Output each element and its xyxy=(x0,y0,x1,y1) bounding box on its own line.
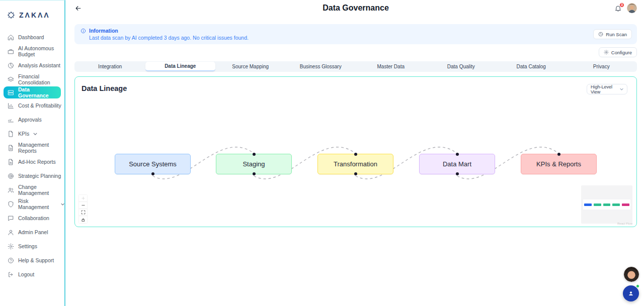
sidebar: ZΛKΛΛ Dashboard AI Autonomous Budget Ana… xyxy=(0,0,65,306)
sidebar-item-admin-panel[interactable]: Admin Panel xyxy=(0,225,64,239)
sidebar-item-label: Change Management xyxy=(18,184,64,196)
tab-privacy[interactable]: Privacy xyxy=(567,62,637,71)
sidebar-item-label: Ad-Hoc Reports xyxy=(18,159,56,165)
minimap-node xyxy=(584,203,592,206)
main-content: Data Governance 3 xyxy=(65,0,644,306)
message-icon xyxy=(8,215,14,222)
sidebar-item-label: Financial Consolidation xyxy=(18,73,64,85)
node-handle-top[interactable] xyxy=(456,153,459,156)
minimap-node xyxy=(603,203,611,206)
zoom-out-button[interactable] xyxy=(79,202,87,209)
node-handle-bottom[interactable] xyxy=(456,172,459,175)
sidebar-item-approvals[interactable]: Approvals xyxy=(0,113,64,127)
tab-data-catalog[interactable]: Data Catalog xyxy=(496,62,567,71)
node-handle-top[interactable] xyxy=(557,153,560,156)
node-handle-top[interactable] xyxy=(253,153,256,156)
minimap-viewport xyxy=(583,199,630,210)
sidebar-item-ad-hoc-reports[interactable]: Ad-Hoc Reports xyxy=(0,155,64,169)
briefcase-icon xyxy=(8,48,14,55)
flow-node-data-mart[interactable]: Data Mart xyxy=(419,154,495,174)
view-level-select[interactable]: High-Level View xyxy=(587,84,627,94)
user-icon xyxy=(8,229,14,236)
flow-node-transformation[interactable]: Transformation xyxy=(317,154,393,174)
flow-node-staging[interactable]: Staging xyxy=(216,154,292,174)
plus-icon xyxy=(81,196,86,200)
sidebar-item-label: Help & Support xyxy=(18,257,54,263)
sidebar-item-label: Cost & Profitability xyxy=(18,103,61,109)
sidebar-item-logout[interactable]: Logout xyxy=(0,267,64,281)
tab-bar: Integration Data Lineage Source Mapping … xyxy=(74,61,637,72)
tab-integration[interactable]: Integration xyxy=(75,62,145,71)
minimap-node xyxy=(594,203,601,206)
avatar-photo-icon xyxy=(627,3,637,13)
sidebar-item-ai-autonomous-budget[interactable]: AI Autonomous Budget xyxy=(0,44,64,58)
online-status-dot xyxy=(636,284,639,288)
sidebar-item-risk-management[interactable]: Risk Management xyxy=(0,197,64,211)
sidebar-item-analysis-assistant[interactable]: Analysis Assistant xyxy=(0,58,64,72)
fit-view-button[interactable] xyxy=(79,209,87,216)
sidebar-item-label: Admin Panel xyxy=(18,229,48,235)
run-scan-button[interactable]: Run Scan xyxy=(593,29,632,39)
home-icon xyxy=(8,34,14,41)
user-avatar[interactable] xyxy=(627,3,637,13)
tab-data-quality[interactable]: Data Quality xyxy=(426,62,497,71)
chevron-down-icon xyxy=(33,133,37,135)
sidebar-item-change-management[interactable]: Change Management xyxy=(0,183,64,197)
lock-button[interactable] xyxy=(79,216,87,223)
node-label: Data Mart xyxy=(443,160,471,168)
node-handle-bottom[interactable] xyxy=(151,172,154,175)
zoom-in-button[interactable] xyxy=(79,195,87,202)
reactflow-attribution: React Flow xyxy=(617,222,632,225)
minimap-node xyxy=(612,203,620,206)
gear-icon xyxy=(8,243,14,250)
node-handle-top[interactable] xyxy=(354,153,357,156)
sidebar-item-cost-profitability[interactable]: Cost & Profitability xyxy=(0,98,64,113)
sidebar-item-strategic-planning[interactable]: Strategic Planning xyxy=(0,169,64,183)
assistant-avatar-photo-icon xyxy=(624,267,639,282)
sidebar-item-management-reports[interactable]: Management Reports xyxy=(0,141,64,155)
flow-edges xyxy=(75,77,637,227)
assistant-avatar[interactable] xyxy=(624,267,639,282)
notifications-button[interactable]: 3 xyxy=(614,5,622,12)
users-icon xyxy=(8,187,14,193)
chevron-down-icon xyxy=(61,203,64,206)
sidebar-item-label: Collaboration xyxy=(18,215,49,221)
data-lineage-panel: Data Lineage High-Level View Source Syst… xyxy=(74,76,637,227)
tab-source-mapping[interactable]: Source Mapping xyxy=(215,62,286,71)
info-banner: Information Last data scan by AI complet… xyxy=(74,24,637,44)
flow-minimap[interactable] xyxy=(581,185,632,224)
sidebar-item-financial-consolidation[interactable]: Financial Consolidation xyxy=(0,72,64,86)
flow-node-kpis-reports[interactable]: KPIs & Reports xyxy=(521,154,597,174)
file-text-icon xyxy=(8,145,14,151)
tab-business-glossary[interactable]: Business Glossary xyxy=(286,62,356,71)
sidebar-item-kpis[interactable]: KPIs xyxy=(0,127,64,141)
sidebar-item-label: Analysis Assistant xyxy=(18,62,60,68)
pinwheel-logo-icon xyxy=(6,10,16,20)
flow-node-source-systems[interactable]: Source Systems xyxy=(115,154,191,174)
sidebar-item-label: AI Autonomous Budget xyxy=(18,45,64,57)
sidebar-item-help-support[interactable]: Help & Support xyxy=(0,253,64,267)
shield-icon xyxy=(8,201,14,208)
app-root: ZΛKΛΛ Dashboard AI Autonomous Budget Ana… xyxy=(0,0,644,306)
brand-name: ZΛKΛΛ xyxy=(19,11,50,19)
sidebar-item-dashboard[interactable]: Dashboard xyxy=(0,30,64,44)
sidebar-item-label: Dashboard xyxy=(18,34,44,40)
sidebar-item-label: KPIs xyxy=(18,131,29,137)
sidebar-item-settings[interactable]: Settings xyxy=(0,239,64,253)
pie-chart-icon xyxy=(8,62,14,69)
lock-icon xyxy=(81,218,86,222)
signature-icon xyxy=(8,117,14,123)
logout-icon xyxy=(8,271,14,278)
sidebar-item-data-governance[interactable]: Data Governance xyxy=(4,86,61,98)
node-handle-bottom[interactable] xyxy=(253,172,256,175)
configure-button[interactable]: Configure xyxy=(599,47,637,57)
gear-icon xyxy=(604,50,609,55)
node-handle-bottom[interactable] xyxy=(354,172,357,175)
sidebar-item-collaboration[interactable]: Collaboration xyxy=(0,211,64,225)
node-label: KPIs & Reports xyxy=(536,160,581,168)
notification-badge: 3 xyxy=(619,3,624,8)
sidebar-item-label: Data Governance xyxy=(18,86,61,98)
chat-button[interactable] xyxy=(623,285,639,301)
tab-master-data[interactable]: Master Data xyxy=(356,62,426,71)
tab-data-lineage[interactable]: Data Lineage xyxy=(145,62,216,71)
